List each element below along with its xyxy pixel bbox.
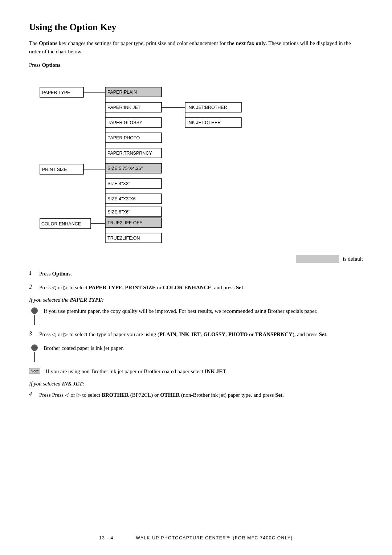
step-3-glossy: GLOSSY bbox=[203, 331, 225, 337]
step-4-set: Set bbox=[275, 392, 282, 398]
color-enhance-svg: COLOR ENHANCE TRUE2LIFE:OFF TRUE2LIFE:ON bbox=[36, 215, 334, 251]
brother-coated-text: Brother coated paper is ink jet paper. bbox=[44, 344, 124, 352]
svg-text:PAPER:INK JET: PAPER:INK JET bbox=[107, 105, 141, 110]
step-3-ink-jet: INK JET bbox=[179, 331, 201, 337]
step-3-transprncy: TRANSPRNCY bbox=[255, 331, 293, 337]
svg-text:SIZE:5.75"X4.25": SIZE:5.75"X4.25" bbox=[107, 166, 143, 171]
footer: 13 - 4 WALK-UP PHOTOCAPTURE CENTER™ (FOR… bbox=[0, 535, 392, 540]
paper-type-subheading-bold: PAPER TYPE: bbox=[70, 297, 103, 303]
step-2-paper-type: PAPER TYPE bbox=[89, 285, 122, 290]
premium-paper-note: If you use premium paper, the copy quali… bbox=[29, 307, 363, 325]
step-4-number: 4 bbox=[29, 391, 39, 397]
press-options-label: Press Options. bbox=[29, 62, 363, 68]
svg-text:PAPER:TRNSPRNCY: PAPER:TRNSPRNCY bbox=[107, 151, 152, 156]
tip-icon-1 bbox=[29, 307, 40, 325]
tip-circle-1 bbox=[31, 307, 38, 314]
svg-text:COLOR ENHANCE: COLOR ENHANCE bbox=[41, 221, 81, 227]
step-2-print-size: PRINT SIZE bbox=[125, 285, 155, 290]
step-1: 1 Press Options. bbox=[29, 269, 363, 278]
intro-paragraph: The Options key changes the settings for… bbox=[29, 39, 363, 56]
ink-jet-note-row: Note If you are using non-Brother ink je… bbox=[29, 367, 363, 376]
svg-text:PAPER:PLAIN: PAPER:PLAIN bbox=[107, 90, 137, 95]
step-3: 3 Press ◁ or ▷ to select the type of pap… bbox=[29, 330, 363, 339]
intro-text-middle: key changes the settings for paper type,… bbox=[57, 40, 227, 46]
svg-text:SIZE:4"X3"X6: SIZE:4"X3"X6 bbox=[107, 196, 136, 201]
step-2: 2 Press ◁ or ▷ to select PAPER TYPE, PRI… bbox=[29, 283, 363, 292]
diagram-svg: PAPER TYPE PAPER:PLAIN PAPER:INK JET INK… bbox=[36, 77, 334, 219]
default-color-swatch bbox=[296, 255, 339, 263]
note-icon: Note bbox=[29, 368, 40, 374]
brother-coated-note: Brother coated paper is ink jet paper. bbox=[29, 344, 363, 362]
svg-text:INK JET:OTHER: INK JET:OTHER bbox=[187, 120, 221, 125]
paper-type-subheading: If you selected the PAPER TYPE: bbox=[29, 297, 363, 303]
ink-jet-note-bold: INK JET bbox=[205, 368, 226, 374]
default-legend: is default bbox=[29, 255, 363, 263]
footer-text: WALK-UP PHOTOCAPTURE CENTER™ (FOR MFC 74… bbox=[136, 535, 293, 540]
tip-icon-2 bbox=[29, 344, 40, 362]
intro-next-fax-bold: the next fax only bbox=[227, 40, 266, 46]
ink-jet-note-text: If you are using non-Brother ink jet pap… bbox=[46, 367, 228, 376]
step-3-set: Set bbox=[319, 331, 326, 337]
svg-text:PAPER:PHOTO: PAPER:PHOTO bbox=[107, 135, 140, 140]
step-1-content: Press Options. bbox=[39, 269, 363, 278]
svg-text:INK JET:BROTHER: INK JET:BROTHER bbox=[187, 105, 227, 110]
intro-options-bold: Options bbox=[39, 40, 57, 46]
step-4-other: OTHER bbox=[160, 392, 180, 398]
step-1-options-bold: Options bbox=[52, 271, 70, 277]
step-1-period: . bbox=[70, 271, 72, 277]
svg-text:TRUE2LIFE:OFF: TRUE2LIFE:OFF bbox=[107, 220, 142, 225]
options-diagram: PAPER TYPE PAPER:PLAIN PAPER:INK JET INK… bbox=[29, 73, 363, 255]
step-1-press: Press bbox=[39, 271, 52, 277]
step-2-color-enhance: COLOR ENHANCE bbox=[163, 285, 212, 290]
step-2-content: Press ◁ or ▷ to select PAPER TYPE, PRINT… bbox=[39, 283, 363, 292]
note-icon-wrap: Note bbox=[29, 368, 42, 374]
svg-text:PRINT SIZE: PRINT SIZE bbox=[42, 167, 67, 172]
tip-circle-2 bbox=[31, 344, 38, 351]
page-title: Using the Option Key bbox=[29, 22, 363, 33]
ink-jet-subheading: If you selected INK JET: bbox=[29, 381, 363, 387]
svg-text:TRUE2LIFE:ON: TRUE2LIFE:ON bbox=[107, 236, 140, 241]
premium-paper-text: If you use premium paper, the copy quali… bbox=[44, 307, 318, 315]
svg-text:PAPER:GLOSSY: PAPER:GLOSSY bbox=[107, 120, 143, 125]
tip-line-2 bbox=[34, 352, 35, 362]
step-3-photo: PHOTO bbox=[228, 331, 248, 337]
svg-text:PAPER TYPE: PAPER TYPE bbox=[42, 90, 70, 95]
step-1-number: 1 bbox=[29, 269, 39, 276]
step-3-content: Press ◁ or ▷ to select the type of paper… bbox=[39, 330, 363, 339]
footer-page: 13 - 4 bbox=[99, 535, 113, 540]
step-4: 4 Press Press ◁ or ▷ to select BROTHER (… bbox=[29, 391, 363, 399]
step-3-plain: PLAIN bbox=[159, 331, 176, 337]
step-4-brother: BROTHER bbox=[102, 392, 129, 398]
step-2-number: 2 bbox=[29, 283, 39, 290]
intro-text-before: The bbox=[29, 40, 39, 46]
step-3-number: 3 bbox=[29, 330, 39, 337]
step-2-set: Set bbox=[236, 285, 243, 290]
svg-text:SIZE:8"X6": SIZE:8"X6" bbox=[107, 209, 130, 215]
ink-jet-subheading-bold: INK JET bbox=[62, 381, 82, 387]
default-label-text: is default bbox=[343, 256, 363, 262]
tip-line-1 bbox=[34, 315, 35, 325]
svg-text:SIZE:4"X3": SIZE:4"X3" bbox=[107, 181, 130, 186]
step-4-content: Press Press ◁ or ▷ to select BROTHER (BP… bbox=[39, 391, 363, 399]
